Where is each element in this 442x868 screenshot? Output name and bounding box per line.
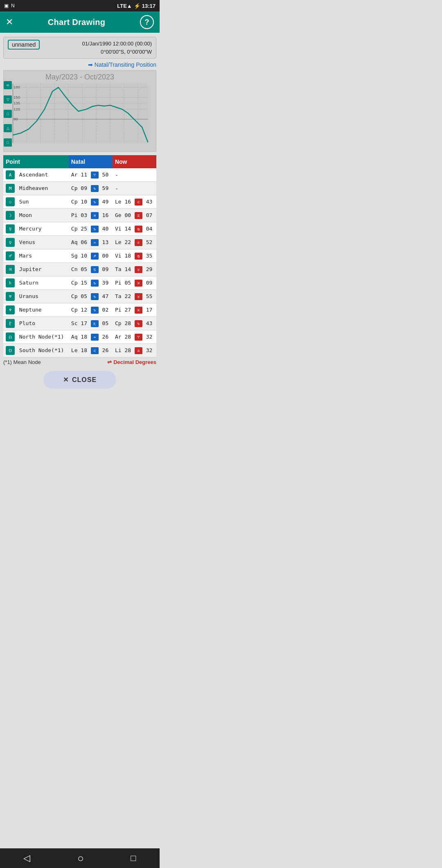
trine-icon: △: [4, 124, 12, 132]
natal-cell: Cp 05 ♑ 47: [69, 290, 113, 303]
planet-name-cell: ☽ Moon: [3, 209, 69, 222]
app-bar-title: Chart Drawing: [48, 18, 106, 27]
planet-name: Venus: [19, 239, 35, 245]
planet-icon: ♀: [6, 238, 15, 247]
now-cell: Li 28 ♎ 32: [113, 344, 156, 357]
close-button[interactable]: ✕ CLOSE: [43, 371, 116, 389]
planet-icon: ♃: [6, 265, 15, 274]
chart-title: May/2023 - Oct/2023: [4, 70, 156, 81]
svg-text:150: 150: [14, 95, 20, 99]
planet-icon: A: [6, 170, 15, 179]
sim-icon: ▣: [4, 3, 9, 9]
svg-text:90: 90: [14, 117, 18, 121]
planet-icon: ♄: [6, 278, 15, 287]
planet-name: Midheaven: [19, 185, 48, 191]
footer-note: (*1) Mean Node ⇌ Decimal Degrees: [3, 359, 156, 365]
signal-icon: LTE▲: [117, 3, 132, 9]
planet-name: North Node(*1): [19, 334, 64, 340]
natal-cell: Cn 05 ♋ 09: [69, 263, 113, 276]
app-bar: ✕ Chart Drawing ?: [0, 11, 160, 33]
planet-name-cell: A Ascendant: [3, 168, 69, 182]
planet-name: Pluto: [19, 320, 35, 326]
status-right-info: LTE▲ ⚡ 13:17: [117, 3, 156, 9]
planet-name: Moon: [19, 212, 32, 218]
chart-datetime: 01/Jan/1990 12:00:00 (00:00) 0°00'00"S, …: [82, 40, 152, 56]
time-display: 13:17: [142, 3, 156, 9]
planet-name: Mars: [19, 253, 32, 259]
now-cell: -: [113, 168, 156, 182]
col-header-natal: Natal: [69, 155, 113, 168]
planet-name-cell: M Midheaven: [3, 182, 69, 195]
now-cell: Le 16 ♌ 43: [113, 195, 156, 209]
status-bar: ▣ N LTE▲ ⚡ 13:17: [0, 0, 160, 11]
planet-name-cell: ♄ Saturn: [3, 276, 69, 290]
natal-arrow-icon: ➡: [88, 61, 93, 68]
natal-cell: Ar 11 ♈ 50: [69, 168, 113, 182]
planet-icon: ☿: [6, 224, 15, 233]
planet-name: Saturn: [19, 280, 38, 286]
close-x-icon: ✕: [63, 376, 69, 384]
planet-icon: ☊: [6, 332, 15, 341]
now-cell: Ta 14 ♉ 29: [113, 263, 156, 276]
planet-name: Ascendant: [19, 172, 48, 178]
battery-icon: ⚡: [134, 3, 140, 9]
col-header-now: Now: [113, 155, 156, 168]
planet-name-cell: ♇ Pluto: [3, 317, 69, 330]
chart-container: May/2023 - Oct/2023 ∞ ▽ □ △ □: [3, 70, 156, 152]
natal-cell: Le 18 ♌ 26: [69, 344, 113, 357]
planet-icon: ♆: [6, 305, 15, 314]
aspect-icons: ∞ ▽ □ △ □: [4, 81, 13, 147]
planet-name-cell: ♂ Mars: [3, 249, 69, 263]
planet-icon: ♅: [6, 292, 15, 301]
quincunx-icon: ▽: [4, 95, 12, 104]
decimal-degrees-link[interactable]: ⇌ Decimal Degrees: [107, 359, 156, 365]
now-cell: Le 22 ♌ 52: [113, 236, 156, 249]
now-cell: -: [113, 182, 156, 195]
now-cell: Ta 22 ♉ 55: [113, 290, 156, 303]
col-header-point: Point: [3, 155, 69, 168]
now-cell: Ar 28 ♈ 32: [113, 330, 156, 344]
planet-name-cell: ☉ Sun: [3, 195, 69, 209]
natal-link-container: ➡ Natal/Transiting Position: [3, 61, 156, 68]
now-cell: Cp 28 ♑ 43: [113, 317, 156, 330]
planet-name-cell: ♅ Uranus: [3, 290, 69, 303]
planet-name-cell: ♃ Jupiter: [3, 263, 69, 276]
decimal-icon: ⇌: [107, 359, 112, 365]
planet-name-cell: ☋ South Node(*1): [3, 344, 69, 357]
planet-name: Sun: [19, 199, 29, 205]
now-cell: Ge 00 ♊ 07: [113, 209, 156, 222]
planet-table: Point Natal Now A Ascendant Ar 11 ♈ 50 -…: [3, 155, 156, 357]
chart-name: unnamed: [8, 40, 40, 50]
natal-cell: Cp 12 ♑ 02: [69, 303, 113, 317]
help-button[interactable]: ?: [140, 15, 154, 29]
status-left-icons: ▣ N: [4, 3, 15, 9]
planet-icon: ♂: [6, 251, 15, 260]
planet-name: Mercury: [19, 226, 42, 232]
natal-cell: Cp 15 ♑ 39: [69, 276, 113, 290]
planet-name: Jupiter: [19, 266, 42, 272]
planet-icon: ♇: [6, 319, 15, 328]
chart-svg: 180 150 135 120 90: [13, 81, 156, 147]
close-app-icon[interactable]: ✕: [6, 17, 13, 27]
notification-icon: N: [11, 3, 15, 9]
square-icon: □: [4, 138, 12, 147]
natal-cell: Cp 10 ♑ 49: [69, 195, 113, 209]
svg-text:180: 180: [14, 85, 20, 89]
natal-cell: Sc 17 ♏ 05: [69, 317, 113, 330]
svg-text:120: 120: [14, 107, 20, 111]
now-cell: Vi 18 ♍ 35: [113, 249, 156, 263]
planet-name-cell: ☊ North Node(*1): [3, 330, 69, 344]
planet-name-cell: ♀ Venus: [3, 236, 69, 249]
info-bar: unnamed 01/Jan/1990 12:00:00 (00:00) 0°0…: [3, 37, 156, 59]
natal-transiting-link[interactable]: ➡ Natal/Transiting Position: [88, 61, 156, 68]
close-label: CLOSE: [72, 376, 97, 384]
planet-name: South Node(*1): [19, 347, 64, 353]
natal-cell: Sg 10 ♐ 00: [69, 249, 113, 263]
mean-node-label: (*1) Mean Node: [3, 359, 41, 365]
planet-icon: M: [6, 184, 15, 193]
now-cell: Pi 05 ♓ 09: [113, 276, 156, 290]
natal-cell: Aq 18 ♒ 26: [69, 330, 113, 344]
natal-cell: Aq 06 ♒ 13: [69, 236, 113, 249]
natal-cell: Pi 03 ♓ 16: [69, 209, 113, 222]
natal-cell: Cp 09 ♑ 59: [69, 182, 113, 195]
